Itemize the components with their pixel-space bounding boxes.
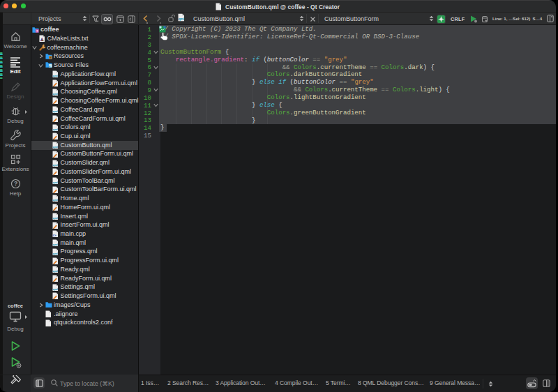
svg-text:qml: qml — [52, 128, 58, 131]
svg-text:qml: qml — [52, 181, 58, 184]
svg-text:?: ? — [14, 180, 17, 187]
svg-text:qml: qml — [52, 269, 58, 273]
svg-text:qml: qml — [52, 74, 58, 77]
svg-text:qml: qml — [52, 243, 58, 246]
svg-text:qml: qml — [52, 92, 58, 96]
svg-text:qml: qml — [179, 17, 185, 21]
svg-text:qml: qml — [52, 110, 58, 113]
svg-text:qml: qml — [52, 287, 58, 291]
svg-text:qml: qml — [52, 216, 58, 220]
svg-text:qml: qml — [52, 199, 58, 202]
svg-text:q: q — [49, 66, 50, 68]
svg-text:qml: qml — [52, 163, 58, 167]
svg-text:qml: qml — [52, 252, 58, 255]
svg-text:c+: c+ — [52, 234, 56, 238]
svg-text:qml: qml — [52, 145, 58, 149]
